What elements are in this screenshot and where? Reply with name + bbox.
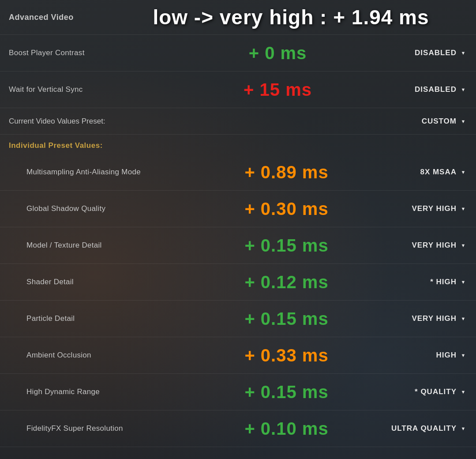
boost-player-contrast-row: Boost Player Contrast + 0 ms DISABLED	[0, 35, 476, 71]
wait-vertical-sync-row: Wait for Vertical Sync + 15 ms DISABLED	[0, 71, 476, 108]
particle-detail-ms: + 0.15 ms	[203, 309, 370, 329]
header-row: Advanced Video low -> very high : + 1.94…	[0, 0, 476, 35]
boost-player-contrast-chevron-icon[interactable]	[459, 49, 467, 57]
fidelityfx-chevron-icon[interactable]	[459, 425, 467, 433]
model-texture-value-label: VERY HIGH	[412, 241, 457, 250]
msaa-value-label: 8X MSAA	[420, 168, 457, 177]
shader-detail-value-label: * HIGH	[430, 278, 457, 286]
wait-vertical-sync-chevron-icon[interactable]	[459, 86, 467, 94]
fidelityfx-value-label: ULTRA QUALITY	[391, 424, 457, 433]
shader-detail-label: Shader Detail	[26, 278, 203, 286]
hdr-value[interactable]: * QUALITY	[370, 388, 467, 396]
model-texture-row: Model / Texture Detail + 0.15 ms VERY HI…	[0, 227, 476, 264]
msaa-row: Multisampling Anti-Aliasing Mode + 0.89 …	[0, 154, 476, 191]
ambient-occlusion-row: Ambient Occlusion + 0.33 ms HIGH	[0, 337, 476, 374]
fidelityfx-ms: + 0.10 ms	[203, 419, 370, 439]
boost-player-contrast-ms: + 0 ms	[185, 43, 370, 63]
current-video-preset-label: Current Video Values Preset:	[9, 117, 422, 126]
current-video-preset-chevron-icon[interactable]	[459, 117, 467, 125]
hdr-ms: + 0.15 ms	[203, 382, 370, 402]
shader-detail-value[interactable]: * HIGH	[370, 278, 467, 286]
boost-player-contrast-label: Boost Player Contrast	[9, 49, 185, 57]
hdr-chevron-icon[interactable]	[459, 388, 467, 396]
global-shadow-chevron-icon[interactable]	[459, 205, 467, 213]
ambient-occlusion-ms: + 0.33 ms	[203, 346, 370, 365]
current-video-preset-row: Current Video Values Preset: CUSTOM	[0, 108, 476, 135]
boost-player-contrast-value[interactable]: DISABLED	[370, 49, 467, 57]
msaa-label: Multisampling Anti-Aliasing Mode	[26, 168, 203, 177]
wait-vertical-sync-value-label: DISABLED	[415, 85, 457, 94]
shader-detail-row: Shader Detail + 0.12 ms * HIGH	[0, 264, 476, 301]
msaa-ms: + 0.89 ms	[203, 162, 370, 182]
individual-preset-label: Individual Preset Values:	[9, 141, 103, 150]
current-video-preset-value-label: CUSTOM	[422, 117, 457, 126]
section-title: Advanced Video	[9, 13, 115, 22]
ambient-occlusion-value-label: HIGH	[436, 351, 457, 360]
global-shadow-label: Global Shadow Quality	[26, 204, 203, 213]
shader-detail-ms: + 0.12 ms	[203, 272, 370, 292]
global-shadow-value-label: VERY HIGH	[412, 204, 457, 213]
ambient-occlusion-label: Ambient Occlusion	[26, 351, 203, 360]
fidelityfx-label: FidelityFX Super Resolution	[26, 424, 203, 433]
hdr-value-label: * QUALITY	[415, 388, 457, 396]
individual-preset-section: Individual Preset Values:	[0, 135, 476, 154]
particle-detail-chevron-icon[interactable]	[459, 315, 467, 323]
model-texture-chevron-icon[interactable]	[459, 241, 467, 249]
particle-detail-label: Particle Detail	[26, 314, 203, 323]
wait-vertical-sync-ms: + 15 ms	[185, 80, 370, 100]
particle-detail-value[interactable]: VERY HIGH	[370, 314, 467, 323]
wait-vertical-sync-label: Wait for Vertical Sync	[9, 85, 185, 94]
ambient-occlusion-value[interactable]: HIGH	[370, 351, 467, 360]
global-shadow-ms: + 0.30 ms	[203, 199, 370, 219]
particle-detail-value-label: VERY HIGH	[412, 314, 457, 323]
global-shadow-row: Global Shadow Quality + 0.30 ms VERY HIG…	[0, 191, 476, 227]
hdr-row: High Dynamic Range + 0.15 ms * QUALITY	[0, 374, 476, 410]
header-summary: low -> very high : + 1.94 ms	[115, 5, 467, 29]
model-texture-ms: + 0.15 ms	[203, 236, 370, 256]
fidelityfx-row: FidelityFX Super Resolution + 0.10 ms UL…	[0, 410, 476, 447]
boost-player-contrast-value-label: DISABLED	[415, 49, 457, 57]
particle-detail-row: Particle Detail + 0.15 ms VERY HIGH	[0, 301, 476, 337]
current-video-preset-value[interactable]: CUSTOM	[422, 117, 467, 126]
fidelityfx-value[interactable]: ULTRA QUALITY	[370, 424, 467, 433]
model-texture-value[interactable]: VERY HIGH	[370, 241, 467, 250]
advanced-video-panel: Advanced Video low -> very high : + 1.94…	[0, 0, 476, 447]
msaa-value[interactable]: 8X MSAA	[370, 168, 467, 177]
hdr-label: High Dynamic Range	[26, 388, 203, 396]
msaa-chevron-icon[interactable]	[459, 168, 467, 176]
global-shadow-value[interactable]: VERY HIGH	[370, 204, 467, 213]
wait-vertical-sync-value[interactable]: DISABLED	[370, 85, 467, 94]
ambient-occlusion-chevron-icon[interactable]	[459, 351, 467, 359]
shader-detail-chevron-icon[interactable]	[459, 278, 467, 286]
model-texture-label: Model / Texture Detail	[26, 241, 203, 250]
